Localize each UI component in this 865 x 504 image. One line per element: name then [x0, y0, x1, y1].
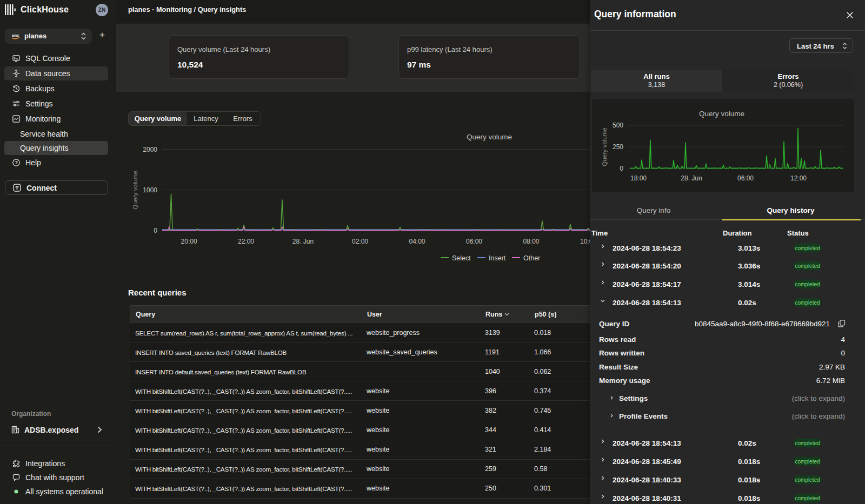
svg-text:08:00: 08:00 [523, 238, 539, 245]
svg-text:Insert: Insert [489, 254, 506, 262]
svg-text:06:00: 06:00 [737, 174, 754, 182]
svg-text:500: 500 [613, 122, 623, 129]
svg-text:06:00: 06:00 [466, 238, 482, 245]
svg-text:04:00: 04:00 [409, 238, 425, 245]
svg-text:1000: 1000 [143, 186, 157, 194]
svg-text:Query volume: Query volume [467, 133, 512, 141]
svg-text:Query volume: Query volume [132, 171, 138, 210]
svg-text:?: ? [15, 160, 18, 165]
svg-text:0: 0 [154, 227, 157, 234]
svg-text:0: 0 [620, 165, 623, 172]
svg-text:Query volume: Query volume [699, 110, 744, 118]
svg-text:02:00: 02:00 [352, 238, 368, 245]
svg-text:Select: Select [452, 254, 471, 262]
svg-text:28. Jun: 28. Jun [681, 174, 702, 182]
svg-text:2000: 2000 [143, 146, 157, 153]
svg-text:aws: aws [12, 33, 19, 37]
svg-text:12:00: 12:00 [790, 174, 807, 182]
svg-text:Other: Other [523, 254, 540, 262]
svg-text:20:00: 20:00 [181, 238, 197, 245]
svg-text:22:00: 22:00 [238, 238, 254, 245]
svg-text:Query volume: Query volume [601, 127, 608, 166]
svg-text:18:00: 18:00 [630, 174, 647, 182]
svg-text:250: 250 [613, 143, 623, 151]
svg-text:28. Jun: 28. Jun [292, 238, 314, 245]
